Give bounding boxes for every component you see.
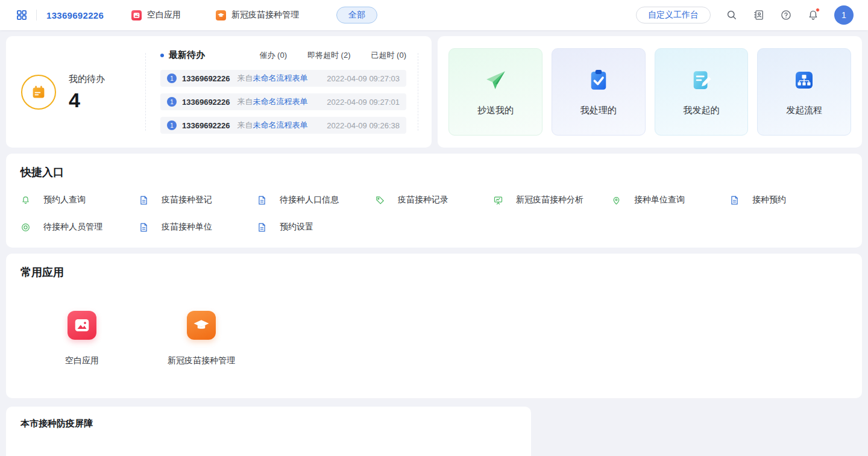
- frequent-apps-card: 常用应用 空白应用 新冠疫苗接种管理: [6, 254, 862, 398]
- tab-urge[interactable]: 催办 (0): [259, 50, 287, 61]
- nav-user-id[interactable]: 13369692226: [46, 10, 104, 20]
- quick-link-label: 疫苗接种单位: [162, 222, 212, 233]
- vaccination-barrier-card: 本市接种防疫屏障: [6, 407, 531, 456]
- todo-summary-title: 我的待办: [69, 73, 105, 85]
- nav-app-label: 新冠疫苗接种管理: [231, 10, 299, 20]
- nav-right-group: 自定义工作台 1: [636, 5, 854, 25]
- app-label: 空白应用: [65, 355, 99, 366]
- item-user: 13369692226: [182, 74, 230, 83]
- calendar-todo-icon: [21, 75, 56, 110]
- nav-app-blank[interactable]: 空白应用: [131, 10, 181, 20]
- document-icon: [257, 222, 267, 233]
- latest-todo-panel: 最新待办 催办 (0) 即将超时 (2) 已超时 (0) 1 133696922…: [146, 36, 432, 148]
- quick-entry-card: 快捷入口 预约人查询 疫苗接种登记 待接种人口信息: [6, 154, 862, 248]
- document-edit-icon: [688, 67, 714, 93]
- document-icon: [139, 222, 149, 233]
- contacts-icon[interactable]: [753, 9, 765, 21]
- quick-entry-title: 快捷入口: [20, 165, 848, 180]
- item-from: 来自: [237, 120, 253, 131]
- image-app-icon: [131, 10, 142, 20]
- bell-icon[interactable]: [807, 9, 819, 21]
- nav-app-vaccine[interactable]: 新冠疫苗接种管理: [216, 10, 299, 20]
- action-tiles-card: 抄送我的 我处理的: [438, 36, 862, 148]
- tab-timed-out[interactable]: 已超时 (0): [371, 50, 406, 61]
- todo-summary[interactable]: 我的待办 4: [6, 53, 146, 131]
- clipboard-check-icon: [586, 67, 611, 93]
- quick-link-vaccination-register[interactable]: 疫苗接种登记: [139, 195, 257, 205]
- graduation-cap-app-icon: [187, 311, 216, 340]
- image-app-icon: [68, 311, 96, 340]
- quick-link-appointment-person-query[interactable]: 预约人查询: [20, 195, 139, 205]
- quick-link-vaccination-records[interactable]: 疫苗接种记录: [375, 195, 493, 205]
- todo-list-item[interactable]: 1 13369692226 来自 未命名流程表单 2022-04-09 09:2…: [160, 70, 406, 87]
- target-icon: [20, 222, 31, 233]
- item-time: 2022-04-09 09:27:01: [327, 98, 400, 107]
- frequent-apps-title: 常用应用: [20, 265, 848, 280]
- tab-about-to-timeout[interactable]: 即将超时 (2): [307, 50, 351, 61]
- app-vaccine-management[interactable]: 新冠疫苗接种管理: [159, 311, 244, 366]
- graduation-cap-app-icon: [216, 10, 226, 20]
- chart-board-icon: [493, 195, 503, 205]
- quick-link-vaccination-unit[interactable]: 疫苗接种单位: [139, 222, 257, 233]
- quick-link-label: 疫苗接种登记: [162, 195, 212, 205]
- user-avatar[interactable]: 1: [834, 5, 854, 25]
- quick-link-label: 新冠疫苗接种分析: [516, 195, 583, 205]
- initiated-by-me-tile[interactable]: 我发起的: [655, 48, 749, 136]
- quick-link-label: 预约人查询: [43, 195, 86, 205]
- app-blank[interactable]: 空白应用: [40, 311, 124, 366]
- item-user: 13369692226: [182, 98, 230, 107]
- item-time: 2022-04-09 09:27:03: [327, 74, 400, 83]
- search-icon[interactable]: [726, 9, 738, 21]
- app-label: 新冠疫苗接种管理: [168, 355, 235, 366]
- todo-card: 我的待办 4 最新待办 催办 (0) 即将超时 (2) 已超时 (0) 1: [6, 36, 432, 148]
- customize-workspace-button[interactable]: 自定义工作台: [636, 7, 711, 23]
- quick-link-label: 待接种人员管理: [43, 222, 102, 233]
- quick-link-label: 接种单位查询: [634, 195, 685, 205]
- tag-icon: [375, 195, 385, 205]
- quick-link-vaccination-appointment[interactable]: 接种预约: [729, 195, 848, 205]
- tile-label: 发起流程: [786, 105, 822, 116]
- item-avatar: 1: [167, 97, 177, 107]
- cc-to-me-tile[interactable]: 抄送我的: [448, 48, 542, 136]
- document-icon: [729, 195, 740, 205]
- paper-plane-icon: [483, 67, 508, 93]
- quick-link-appointment-settings[interactable]: 预约设置: [257, 222, 375, 233]
- nav-app-label: 空白应用: [147, 10, 181, 20]
- bullet-dot: [160, 54, 164, 57]
- quick-link-population-info[interactable]: 待接种人口信息: [257, 195, 375, 205]
- main-content: 我的待办 4 最新待办 催办 (0) 即将超时 (2) 已超时 (0) 1: [0, 30, 868, 456]
- item-form-link[interactable]: 未命名流程表单: [253, 96, 308, 107]
- item-form-link[interactable]: 未命名流程表单: [253, 120, 308, 131]
- sitemap-icon: [791, 67, 817, 93]
- help-icon[interactable]: [780, 9, 792, 21]
- top-navbar: 13369692226 空白应用 新冠疫苗接种管理 全部 自定义工作台: [0, 0, 868, 30]
- quick-link-unit-query[interactable]: 接种单位查询: [611, 195, 729, 205]
- quick-link-label: 预约设置: [280, 222, 313, 233]
- location-pin-icon: [611, 195, 621, 205]
- todo-list-item[interactable]: 1 13369692226 来自 未命名流程表单 2022-04-09 09:2…: [160, 117, 406, 134]
- todo-count: 4: [69, 90, 105, 110]
- quick-link-label: 接种预约: [752, 195, 786, 205]
- tile-label: 我发起的: [683, 105, 719, 116]
- item-from: 来自: [237, 73, 253, 84]
- quick-link-label: 疫苗接种记录: [398, 195, 448, 205]
- start-process-tile[interactable]: 发起流程: [757, 48, 851, 136]
- nav-divider: [36, 10, 37, 20]
- quick-link-vaccine-analysis[interactable]: 新冠疫苗接种分析: [493, 195, 611, 205]
- document-icon: [139, 195, 149, 205]
- quick-link-personnel-management[interactable]: 待接种人员管理: [20, 222, 139, 233]
- apps-grid-icon[interactable]: [16, 9, 28, 21]
- item-form-link[interactable]: 未命名流程表单: [253, 73, 308, 84]
- handled-by-me-tile[interactable]: 我处理的: [552, 48, 646, 136]
- document-icon: [257, 195, 267, 205]
- item-from: 来自: [237, 96, 253, 107]
- todo-list-item[interactable]: 1 13369692226 来自 未命名流程表单 2022-04-09 09:2…: [160, 93, 406, 110]
- tile-label: 抄送我的: [477, 105, 514, 116]
- latest-todo-title: 最新待办: [169, 49, 205, 61]
- notification-dot: [816, 8, 820, 12]
- bell-icon: [20, 195, 31, 205]
- all-apps-button[interactable]: 全部: [336, 7, 377, 23]
- item-avatar: 1: [167, 73, 177, 83]
- vaccination-barrier-title: 本市接种防疫屏障: [20, 418, 517, 429]
- quick-link-label: 待接种人口信息: [280, 195, 339, 205]
